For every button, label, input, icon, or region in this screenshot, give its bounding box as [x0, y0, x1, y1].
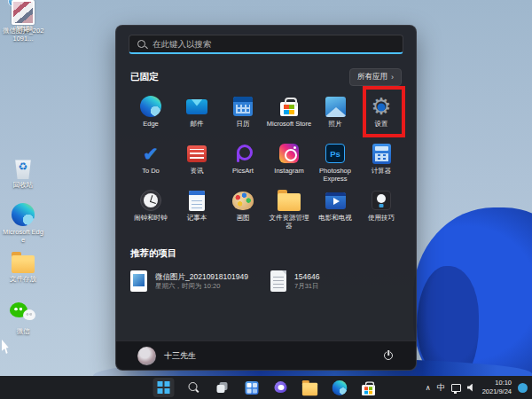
image-file-icon — [130, 270, 147, 292]
picsart-icon — [233, 144, 253, 163]
calendar-icon — [233, 97, 253, 116]
notification-badge[interactable] — [518, 383, 528, 393]
app-movies-tv[interactable]: 电影和电视 — [312, 187, 358, 234]
app-calculator[interactable]: 计算器 — [358, 140, 404, 187]
app-calendar[interactable]: 日历 — [220, 93, 266, 140]
edge-icon — [12, 203, 35, 226]
app-tips[interactable]: 使用技巧 — [358, 187, 404, 234]
edge-icon-wrap — [139, 95, 162, 118]
mail-icon-wrap — [185, 95, 208, 118]
app-label: Edge — [143, 121, 159, 129]
search-icon — [137, 39, 147, 50]
app-label: 设置 — [375, 121, 388, 129]
app-mail[interactable]: 邮件 — [174, 93, 220, 140]
paint-icon-wrap — [231, 189, 254, 212]
app-settings[interactable]: 设置 — [358, 93, 404, 140]
app-photos[interactable]: 照片 — [312, 93, 358, 140]
app-label: 使用技巧 — [368, 215, 395, 223]
tray-time: 10:10 — [482, 379, 512, 387]
tray-chevron-up-icon[interactable]: ∧ — [426, 384, 431, 392]
recommended-item-subtitle: 星期六，时间为 10:20 — [155, 282, 248, 291]
desktop-icon-folder[interactable]: 文件存放 — [2, 252, 44, 283]
news-icon — [187, 145, 207, 162]
app-photoshop-express[interactable]: Photoshop Express — [312, 140, 358, 187]
mouse-cursor — [2, 340, 12, 354]
recommended-item-wechat-image[interactable]: 微信图片_20210918101949 星期六，时间为 10:20 — [130, 270, 262, 292]
instagram-icon-wrap — [278, 142, 301, 165]
taskbar-edge-button[interactable] — [329, 378, 350, 397]
app-label: 文件资源管理器 — [266, 215, 312, 230]
tips-lightbulb-icon — [372, 191, 391, 210]
app-label: 电影和电视 — [318, 215, 352, 223]
notepad-icon-wrap — [185, 189, 208, 212]
calc-icon-wrap — [370, 142, 393, 165]
all-apps-button[interactable]: 所有应用 › — [349, 68, 402, 86]
news-icon-wrap — [185, 142, 208, 165]
app-label: 资讯 — [191, 168, 204, 176]
taskbar: ∧ 中 10:10 2021/9/24 — [0, 376, 532, 399]
app-instagram[interactable]: Instagram — [266, 140, 312, 187]
start-button[interactable] — [153, 378, 175, 397]
ime-indicator[interactable]: 中 — [437, 382, 445, 394]
pinned-header: 已固定 — [130, 71, 159, 83]
app-label: PicsArt — [232, 168, 254, 176]
desktop-icon-recycle-bin[interactable]: 回收站 — [2, 156, 44, 189]
instagram-icon — [279, 144, 299, 163]
app-label: 邮件 — [191, 121, 204, 129]
clock-datetime[interactable]: 10:10 2021/9/24 — [482, 379, 512, 396]
desktop-icon-label: 微信图片_2021091... — [2, 27, 44, 43]
recommended-item-title: 微信图片_20210918101949 — [155, 272, 248, 282]
desktop-icon-label: 回收站 — [13, 181, 34, 189]
desktop-icon-edge[interactable]: Microsoft Edge — [2, 203, 44, 244]
app-picsart[interactable]: PicsArt — [220, 140, 266, 187]
taskbar-file-explorer-button[interactable] — [300, 378, 321, 397]
app-alarms-clock[interactable]: 闹钟和时钟 — [128, 187, 174, 234]
recommended-item-text: 微信图片_20210918101949 星期六，时间为 10:20 — [155, 272, 248, 291]
app-paint[interactable]: 画图 — [220, 187, 266, 234]
taskbar-store-button[interactable] — [358, 378, 379, 397]
app-news[interactable]: 资讯 — [174, 140, 220, 187]
store-icon — [280, 102, 298, 116]
app-microsoft-store[interactable]: Microsoft Store — [266, 93, 312, 140]
widgets-button[interactable] — [241, 378, 262, 397]
search-input[interactable] — [129, 35, 403, 54]
volume-icon[interactable] — [467, 384, 476, 392]
file-explorer-icon — [302, 383, 317, 395]
picsart-icon-wrap — [231, 142, 254, 165]
recommended-grid: 微信图片_20210918101949 星期六，时间为 10:20 154646… — [130, 270, 402, 292]
recommended-item-document[interactable]: 154646 7月31日 — [270, 270, 402, 292]
user-profile-button[interactable]: 十三先生 — [137, 347, 196, 365]
calculator-icon — [372, 144, 391, 164]
recommended-item-text: 154646 7月31日 — [294, 272, 319, 291]
task-view-button[interactable] — [212, 378, 233, 397]
chevron-right-icon: › — [391, 73, 394, 82]
network-tray-icon[interactable] — [451, 384, 461, 392]
recycle-bin-icon — [13, 156, 33, 179]
app-label: Microsoft Store — [267, 121, 311, 129]
power-button[interactable] — [382, 349, 395, 362]
chat-button[interactable] — [270, 378, 292, 397]
taskbar-search-button[interactable] — [183, 378, 204, 397]
desktop-icon-wechat[interactable]: 微信 — [2, 302, 44, 335]
tips-icon-wrap — [370, 189, 393, 212]
app-label: 画图 — [237, 215, 250, 223]
all-apps-label: 所有应用 — [357, 72, 387, 82]
taskbar-center-icons — [153, 376, 379, 399]
photoshop-express-icon — [325, 144, 345, 163]
store-icon-wrap — [278, 95, 301, 118]
clock-icon-wrap — [139, 189, 162, 212]
start-search — [129, 35, 403, 54]
app-edge[interactable]: Edge — [128, 93, 174, 140]
todo-check-icon — [139, 142, 162, 165]
app-notepad[interactable]: 记事本 — [174, 187, 220, 234]
file-explorer-icon — [278, 193, 301, 211]
recommended-header: 推荐的项目 — [130, 247, 402, 260]
app-todo[interactable]: To Do — [128, 140, 174, 187]
desktop-icon-wechat-image[interactable]: 微信图片_2021091... — [2, 0, 44, 43]
edge-icon — [140, 96, 161, 117]
app-label: 闹钟和时钟 — [134, 215, 168, 223]
movies-icon-wrap — [324, 189, 347, 212]
app-file-explorer[interactable]: 文件资源管理器 — [266, 187, 312, 234]
pinned-app-grid: Edge 邮件 日历 Microsoft Store 照片 设置 To Do — [128, 93, 404, 234]
app-label: 计算器 — [372, 168, 392, 176]
